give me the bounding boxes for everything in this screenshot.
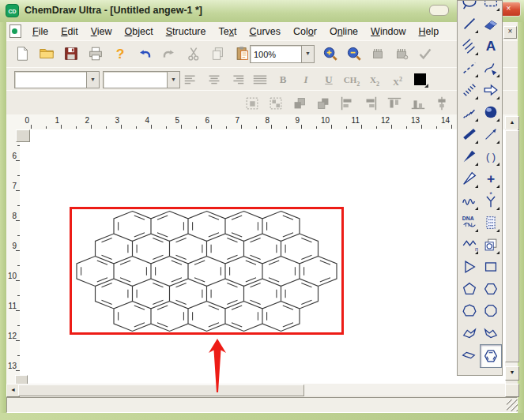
- tool-hashed-bond[interactable]: [458, 79, 480, 101]
- tool-dna[interactable]: DNA: [458, 212, 480, 234]
- tool-orbital[interactable]: [480, 101, 501, 123]
- toolbar-button-align-left[interactable]: [182, 70, 201, 89]
- tool-table[interactable]: [480, 212, 501, 234]
- tool-charge-plus[interactable]: +: [480, 167, 501, 189]
- tool-dashed-bond[interactable]: [458, 57, 480, 79]
- tool-octagon[interactable]: [480, 300, 501, 322]
- menu-item-text[interactable]: Text: [212, 24, 243, 39]
- menu-item-online[interactable]: Online: [323, 24, 364, 39]
- chevron-down-icon[interactable]: ▼: [86, 72, 99, 88]
- menu-item-curves[interactable]: Curves: [243, 24, 287, 39]
- menu-item-structure[interactable]: Structure: [160, 24, 213, 39]
- tool-lasso[interactable]: [458, 0, 480, 13]
- toolbar-button-print[interactable]: [86, 44, 105, 63]
- tool-pen[interactable]: [480, 57, 501, 79]
- vertical-scrollbar-thumb[interactable]: [505, 130, 519, 362]
- toolbar-button-zoom-out[interactable]: [345, 44, 364, 63]
- menu-item-file[interactable]: File: [26, 24, 55, 39]
- toolbar-button-underline[interactable]: U: [319, 71, 338, 88]
- menu-item-help[interactable]: Help: [413, 24, 446, 39]
- toolbar-button-undo[interactable]: [135, 44, 154, 63]
- tool-triangle[interactable]: [458, 256, 480, 278]
- ruler-tick: [301, 125, 302, 129]
- scroll-down-button[interactable]: ▼: [505, 366, 519, 381]
- toolbar-button-new-document[interactable]: [13, 44, 32, 63]
- toolbar-button-expand-structure[interactable]: [392, 44, 411, 63]
- toolbar-button-help[interactable]: ?: [111, 44, 130, 63]
- tool-multiple-bonds[interactable]: [458, 35, 480, 57]
- ruler-number: 10: [6, 272, 17, 280]
- svg-text:?: ?: [116, 46, 125, 62]
- tool-rectangle[interactable]: [480, 256, 501, 278]
- toolbar-button-align-bottom-edges[interactable]: [409, 94, 428, 113]
- tool-polymer[interactable]: n: [458, 234, 480, 256]
- toolbar-button-formula[interactable]: CH2: [342, 71, 361, 88]
- font-combobox[interactable]: ▼: [14, 71, 100, 88]
- tool-pentagon[interactable]: [458, 278, 480, 300]
- tool-marquee[interactable]: [480, 0, 501, 13]
- chevron-down-icon[interactable]: ▼: [301, 46, 314, 62]
- tool-ring-wave-a[interactable]: [458, 322, 480, 344]
- toolbar-button-align-right[interactable]: [228, 70, 247, 89]
- chevron-down-icon[interactable]: ▼: [167, 72, 179, 88]
- tool-text[interactable]: A: [480, 35, 501, 57]
- toolbar-button-align-center[interactable]: [205, 70, 224, 89]
- toolbar-button-check-structure[interactable]: [416, 44, 435, 63]
- tool-hollow-wedge[interactable]: [458, 167, 480, 189]
- palette-row: [458, 57, 502, 79]
- toolbar-button-clean-structure[interactable]: [368, 44, 387, 63]
- toolbar-button-subscript[interactable]: X2: [365, 71, 384, 88]
- tool-templates[interactable]: [480, 234, 501, 256]
- tool-benzene[interactable]: [480, 344, 503, 368]
- minimize-button[interactable]: [429, 5, 449, 16]
- toolbar-button-italic[interactable]: I: [296, 71, 315, 88]
- menu-item-view[interactable]: View: [85, 24, 119, 39]
- tool-ring-wave-b[interactable]: [480, 322, 501, 344]
- menu-item-edit[interactable]: Edit: [55, 24, 85, 39]
- ruler-number: 8: [258, 116, 270, 125]
- tool-hexagon[interactable]: [480, 278, 501, 300]
- tool-variable-attachment[interactable]: *: [480, 189, 501, 212]
- tool-wavy-bond[interactable]: [458, 189, 480, 212]
- menu-item-color[interactable]: Color: [287, 24, 323, 39]
- toolbar-button-bold[interactable]: B: [273, 71, 292, 88]
- toolbar-button-redo[interactable]: [160, 44, 179, 63]
- tool-solid-wedge[interactable]: [458, 145, 480, 167]
- toolbar-button-copy[interactable]: [209, 44, 228, 63]
- zoom-combobox[interactable]: 100%▼: [250, 45, 315, 63]
- toolbar-button-superscript[interactable]: X2: [388, 71, 407, 88]
- toolbar-button-save[interactable]: [62, 44, 81, 63]
- menu-item-window[interactable]: Window: [364, 24, 412, 39]
- tool-brackets[interactable]: ( ): [480, 145, 501, 167]
- toolbar-button-open[interactable]: [37, 44, 56, 63]
- toolbar-button-align-justify[interactable]: [251, 70, 270, 89]
- tool-heptagon[interactable]: [458, 300, 480, 322]
- palette-row: *: [458, 189, 502, 212]
- resize-grip[interactable]: [507, 399, 518, 411]
- toolbar-button-align-right-edges[interactable]: [361, 94, 380, 113]
- toolbar-button-center-objects[interactable]: [432, 94, 451, 113]
- toolbar-button-align-left-edges[interactable]: [337, 94, 356, 113]
- mdi-close-button[interactable]: ×: [503, 26, 517, 39]
- tool-cyclohexane-chair[interactable]: [458, 344, 480, 366]
- toolbar-button-zoom-in[interactable]: [321, 44, 340, 63]
- font-size-combobox[interactable]: ▼: [103, 71, 180, 88]
- horizontal-scrollbar-thumb[interactable]: [18, 384, 304, 396]
- toolbar-button-send-to-back[interactable]: [314, 94, 333, 113]
- toolbar-button-cut[interactable]: [184, 44, 203, 63]
- tool-hashed-wedge[interactable]: [458, 101, 480, 123]
- tool-eraser[interactable]: [480, 13, 501, 35]
- ruler-number: 13: [6, 362, 17, 370]
- color-swatch[interactable]: [413, 72, 428, 88]
- toolbar-button-group[interactable]: [243, 94, 262, 113]
- svg-text:DNA: DNA: [462, 216, 473, 221]
- tool-bold-bond[interactable]: [458, 123, 480, 145]
- tool-solid-bond[interactable]: [458, 13, 480, 35]
- toolbar-button-bring-to-front[interactable]: [290, 94, 309, 113]
- tool-arrow[interactable]: [480, 79, 501, 101]
- ruler-tick: [91, 125, 92, 129]
- menu-item-object[interactable]: Object: [119, 24, 160, 39]
- tool-chain[interactable]: [480, 123, 501, 145]
- toolbar-button-ungroup[interactable]: [266, 94, 285, 113]
- toolbar-button-align-top-edges[interactable]: [385, 94, 404, 113]
